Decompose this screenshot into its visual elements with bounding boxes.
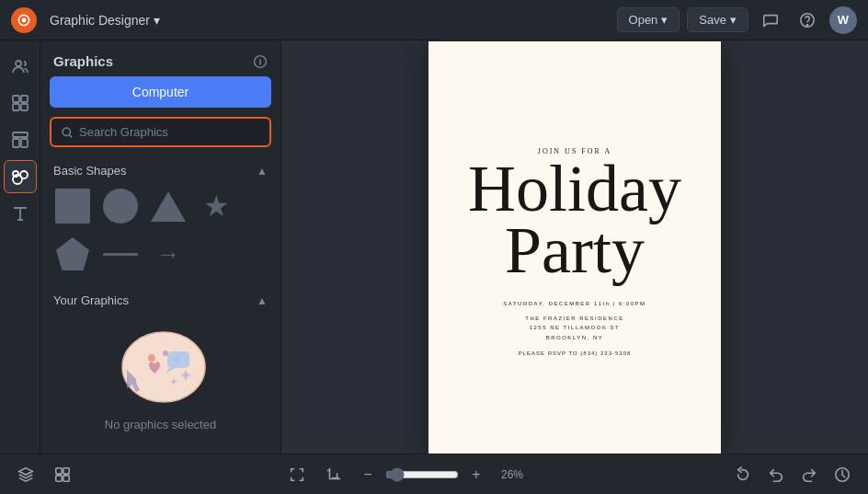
svg-point-17 xyxy=(122,332,205,402)
svg-rect-9 xyxy=(13,132,28,137)
main-area: Graphics Computer Basic Shapes ▲ xyxy=(0,40,868,454)
doc-rsvp-text: PLEASE RSVP TO (834) 233-5308 xyxy=(519,350,632,356)
app-name-button[interactable]: Graphic Designer ▾ xyxy=(44,9,166,31)
svg-rect-24 xyxy=(56,475,62,480)
canvas-area[interactable]: JOIN US FOR A Holiday Party SATURDAY, DE… xyxy=(281,40,868,454)
svg-rect-11 xyxy=(21,139,28,147)
svg-point-4 xyxy=(16,61,21,66)
svg-point-1 xyxy=(22,17,27,22)
shape-square[interactable] xyxy=(53,187,92,225)
basic-shapes-section-header[interactable]: Basic Shapes ▲ xyxy=(40,156,280,187)
text-icon-btn[interactable] xyxy=(4,197,37,230)
sidebar-panel: Graphics Computer Basic Shapes ▲ xyxy=(40,40,281,454)
svg-rect-5 xyxy=(13,96,19,102)
basic-shapes-label: Basic Shapes xyxy=(53,164,127,178)
help-button[interactable] xyxy=(793,6,822,35)
people-icon-btn[interactable] xyxy=(4,50,37,83)
no-graphics-text: No graphics selected xyxy=(105,418,216,431)
sidebar-header: Graphics xyxy=(40,40,280,76)
doc-date-text: SATURDAY, DECEMBER 11th | 6:00PM xyxy=(503,301,645,306)
svg-rect-6 xyxy=(21,96,28,102)
layouts-icon-btn[interactable] xyxy=(4,123,37,156)
your-graphics-section: No graphics selected xyxy=(40,316,280,444)
svg-point-14 xyxy=(13,171,18,177)
info-button[interactable] xyxy=(253,54,268,69)
your-graphics-label: Your Graphics xyxy=(53,293,129,307)
history-button[interactable] xyxy=(828,460,857,489)
doc-holiday-text: Holiday xyxy=(468,159,681,219)
search-input[interactable] xyxy=(79,125,260,139)
canvas-document: JOIN US FOR A Holiday Party SATURDAY, DE… xyxy=(428,41,721,454)
search-icon xyxy=(61,126,74,139)
shape-triangle[interactable] xyxy=(149,187,188,225)
open-button[interactable]: Open ▾ xyxy=(617,7,680,32)
your-graphics-chevron-icon: ▲ xyxy=(257,294,268,307)
computer-btn-label: Computer xyxy=(132,85,188,99)
svg-rect-22 xyxy=(56,467,62,473)
svg-point-13 xyxy=(20,171,28,178)
doc-party-text: Party xyxy=(505,221,645,281)
grid-button[interactable] xyxy=(48,460,77,489)
shape-line[interactable] xyxy=(101,235,140,273)
zoom-slider[interactable] xyxy=(385,467,459,482)
icon-bar xyxy=(0,40,40,454)
user-avatar[interactable]: W xyxy=(829,6,857,34)
svg-rect-25 xyxy=(63,475,69,480)
svg-rect-10 xyxy=(13,139,19,147)
open-chevron-icon: ▾ xyxy=(661,13,668,27)
sidebar-title: Graphics xyxy=(53,53,113,69)
shape-pentagon[interactable] xyxy=(53,235,92,273)
save-button[interactable]: Save ▾ xyxy=(687,7,748,32)
basic-shapes-chevron-icon: ▲ xyxy=(257,165,268,178)
zoom-in-button[interactable]: + xyxy=(464,463,488,487)
dropdown-arrow-icon: ▾ xyxy=(154,13,160,28)
layers-button[interactable] xyxy=(11,460,40,489)
svg-rect-8 xyxy=(21,104,28,110)
svg-rect-23 xyxy=(63,467,69,473)
app-logo xyxy=(11,7,37,33)
search-bar xyxy=(50,117,271,147)
history-controls xyxy=(728,460,857,489)
fullscreen-button[interactable] xyxy=(282,460,312,489)
svg-point-18 xyxy=(148,354,155,362)
shape-circle[interactable] xyxy=(101,187,140,225)
save-chevron-icon: ▾ xyxy=(730,13,737,27)
zoom-out-button[interactable]: − xyxy=(356,463,380,487)
undo-button[interactable] xyxy=(761,460,791,489)
crop-button[interactable] xyxy=(319,460,348,489)
shapes-grid: ★ → xyxy=(40,187,280,286)
zoom-controls: − + 26% xyxy=(356,463,523,487)
shape-star[interactable]: ★ xyxy=(197,187,235,225)
shape-arrow[interactable]: → xyxy=(149,235,188,273)
restore-button[interactable] xyxy=(728,460,758,489)
save-label: Save xyxy=(699,13,726,27)
app-name-label: Graphic Designer xyxy=(50,13,150,28)
svg-rect-21 xyxy=(167,351,189,368)
computer-button[interactable]: Computer xyxy=(50,76,271,108)
redo-button[interactable] xyxy=(794,460,824,489)
open-label: Open xyxy=(629,13,658,27)
bottom-bar: − + 26% xyxy=(0,454,868,494)
svg-rect-7 xyxy=(13,104,19,110)
elements-icon-btn[interactable] xyxy=(4,86,37,120)
svg-point-3 xyxy=(806,24,807,25)
topbar: Graphic Designer ▾ Open ▾ Save ▾ W xyxy=(0,0,868,40)
no-graphics-placeholder xyxy=(101,316,221,408)
doc-address-text: THE FRAZIER RESIDENCE 1255 NE TILLAMOOK … xyxy=(525,314,624,343)
graphics-icon-btn[interactable] xyxy=(4,160,37,193)
messages-button[interactable] xyxy=(756,6,785,35)
zoom-percent: 26% xyxy=(494,468,523,481)
your-graphics-section-header[interactable]: Your Graphics ▲ xyxy=(40,286,280,316)
